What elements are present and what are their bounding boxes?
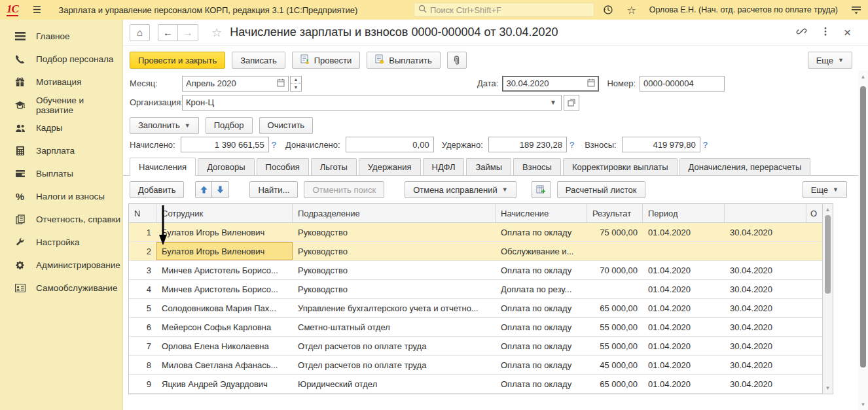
tab-2[interactable]: Договоры <box>198 158 254 175</box>
tab-10[interactable]: Доначисления, перерасчеты <box>679 158 811 175</box>
attachments-button[interactable] <box>447 52 467 69</box>
main-menu-icon[interactable]: ☰ <box>33 4 41 16</box>
cell-period_to[interactable] <box>725 242 806 260</box>
table-row-7[interactable]: 7Орлова Елена НиколаевнаОтдел расчетов п… <box>129 337 822 356</box>
cell-o[interactable] <box>806 261 822 279</box>
tab-3[interactable]: Пособия <box>257 158 309 175</box>
cell-result[interactable]: 65 000,00 <box>587 375 643 393</box>
date-input[interactable] <box>506 78 585 88</box>
post-button[interactable]: Провести <box>292 52 361 69</box>
global-search[interactable] <box>414 3 594 17</box>
cell-period_to[interactable]: 30.04.2020 <box>725 261 806 279</box>
get-link-icon[interactable] <box>796 26 807 39</box>
post-and-close-button[interactable]: Провести и закрыть <box>130 52 225 69</box>
cell-period_from[interactable]: 01.04.2020 <box>643 337 725 355</box>
cell-department[interactable]: Сметно-штатный отдел <box>293 318 496 336</box>
move-up-button[interactable] <box>195 181 212 198</box>
table-row-1[interactable]: 1Булатов Игорь ВиленовичРуководствоОплат… <box>129 223 822 242</box>
tab-7[interactable]: Займы <box>466 158 511 175</box>
column-header-5[interactable]: Результат <box>587 204 643 222</box>
cell-result[interactable]: 70 000,00 <box>587 261 643 279</box>
scroll-down-icon[interactable]: ▼ <box>858 401 868 407</box>
column-header-2[interactable]: Сотрудник <box>156 204 293 222</box>
cell-department[interactable]: Юридический отдел <box>293 375 496 393</box>
cell-department[interactable]: Руководство <box>293 261 496 279</box>
sidebar-item-administrirovanie[interactable]: Администрирование <box>0 254 122 277</box>
cell-employee[interactable]: Яцкив Андрей Эдуардович <box>156 375 293 393</box>
scroll-up-icon[interactable]: ▲ <box>858 74 868 80</box>
pay-slip-button[interactable]: Расчетный листок <box>557 181 645 198</box>
cell-employee[interactable]: Минчев Аристотель Борисо... <box>156 280 293 298</box>
back-button[interactable]: ← <box>158 24 178 41</box>
sidebar-item-glavnoe[interactable]: Главное <box>0 25 122 48</box>
help-link[interactable]: ? <box>703 140 708 150</box>
month-field[interactable] <box>182 76 289 92</box>
organization-field[interactable]: ▼ <box>182 95 562 111</box>
cell-result[interactable]: 75 000,00 <box>587 223 643 241</box>
calendar-icon[interactable] <box>277 78 285 89</box>
sidebar-item-kadry[interactable]: Кадры <box>0 116 122 139</box>
cell-n[interactable]: 7 <box>129 337 156 355</box>
cell-n[interactable]: 4 <box>129 280 156 298</box>
column-header-1[interactable]: N <box>129 204 156 222</box>
add-column-button[interactable] <box>532 181 551 198</box>
cell-n[interactable]: 1 <box>129 223 156 241</box>
clear-button[interactable]: Очистить <box>259 117 314 134</box>
cell-o[interactable] <box>806 318 822 336</box>
cell-employee[interactable]: Минчев Аристотель Борисо... <box>156 261 293 279</box>
cell-period_from[interactable]: 01.04.2020 <box>643 375 725 393</box>
table-row-4[interactable]: 4Минчев Аристотель Борисо...РуководствоД… <box>129 280 822 299</box>
step-up-icon[interactable]: ▲ <box>291 77 301 84</box>
cell-n[interactable]: 5 <box>129 299 156 317</box>
cell-result[interactable] <box>587 280 643 298</box>
cell-accrual[interactable]: Оплата по окладу <box>496 261 587 279</box>
cell-accrual[interactable]: Оплата по окладу <box>496 356 587 374</box>
cell-o[interactable] <box>806 375 822 393</box>
cell-department[interactable]: Руководство <box>293 280 496 298</box>
cell-period_from[interactable]: 01.04.2020 <box>643 356 725 374</box>
cell-period_from[interactable]: 01.04.2020 <box>643 261 725 279</box>
organization-open-button[interactable] <box>564 95 579 111</box>
tab-8[interactable]: Взносы <box>513 158 561 175</box>
history-icon[interactable] <box>603 5 613 15</box>
tab-1[interactable]: Начисления <box>130 158 196 176</box>
add-to-favorites-icon[interactable]: ☆ <box>211 26 222 40</box>
sidebar-item-vyplaty[interactable]: Выплаты <box>0 162 122 185</box>
fill-button[interactable]: Заполнить▼ <box>130 117 199 134</box>
sidebar-item-nastrojka[interactable]: Настройка <box>0 231 122 254</box>
table-row-3[interactable]: 3Минчев Аристотель Борисо...РуководствоО… <box>129 261 822 280</box>
cell-accrual[interactable]: Оплата по окладу <box>496 375 587 393</box>
cell-department[interactable]: Руководство <box>293 242 496 260</box>
number-input[interactable] <box>643 78 721 88</box>
cell-o[interactable] <box>806 337 822 355</box>
search-input[interactable] <box>430 5 590 15</box>
tab-4[interactable]: Льготы <box>311 158 357 175</box>
table-row-9[interactable]: 9Яцкив Андрей ЭдуардовичЮридический отде… <box>129 375 822 394</box>
sidebar-item-obuchenie-i-razvitie[interactable]: Обучение и развитие <box>0 94 122 116</box>
cell-employee[interactable]: Милова Светлана Афанась... <box>156 356 293 374</box>
sidebar-item-zarplata[interactable]: Зарплата <box>0 139 122 162</box>
cell-employee[interactable]: Орлова Елена Николаевна <box>156 337 293 355</box>
number-field[interactable] <box>640 76 725 92</box>
cell-period_to[interactable]: 30.04.2020 <box>725 223 806 241</box>
table-row-6[interactable]: 6Мейерсон Софья КарловнаСметно-штатный о… <box>129 318 822 337</box>
cell-period_from[interactable]: 01.04.2020 <box>643 223 725 241</box>
month-input[interactable] <box>186 78 274 88</box>
tab-6[interactable]: НДФЛ <box>423 158 465 175</box>
cell-o[interactable] <box>806 242 822 260</box>
close-icon[interactable]: × <box>844 26 851 39</box>
total-value-1[interactable]: 0,00 <box>346 137 434 152</box>
cell-period_from[interactable]: 01.04.2020 <box>643 318 725 336</box>
cell-n[interactable]: 8 <box>129 356 156 374</box>
cell-result[interactable]: 45 000,00 <box>587 356 643 374</box>
forward-button[interactable]: → <box>178 24 198 41</box>
cell-n[interactable]: 3 <box>129 261 156 279</box>
cell-employee[interactable]: Булатов Игорь Виленович <box>156 223 293 241</box>
table-row-5[interactable]: 5Солодовникова Мария Пах...Управление бу… <box>129 299 822 318</box>
help-link[interactable]: ? <box>570 140 574 150</box>
cell-accrual[interactable]: Обслуживание и... <box>496 242 587 260</box>
favorites-star-icon[interactable]: ☆ <box>626 4 636 16</box>
cancel-search-button[interactable]: Отменить поиск <box>304 181 384 198</box>
cell-accrual[interactable]: Оплата по окладу <box>496 318 587 336</box>
sidebar-item-samoobsluzhivanie[interactable]: Самообслуживание <box>0 277 122 299</box>
